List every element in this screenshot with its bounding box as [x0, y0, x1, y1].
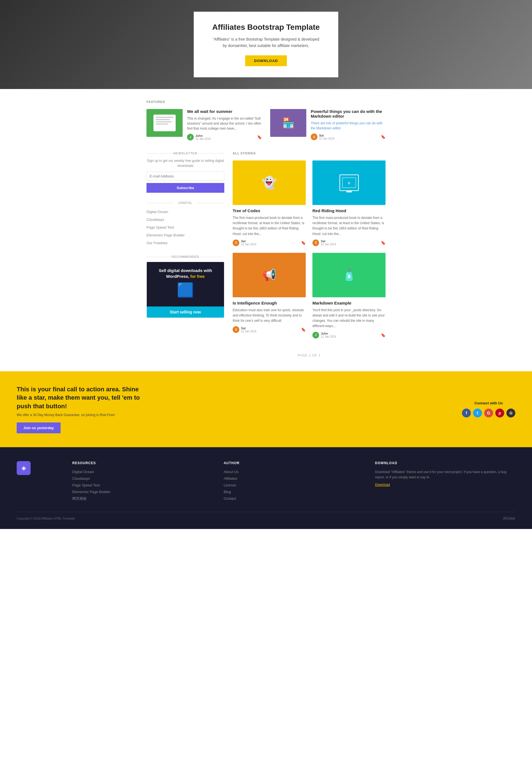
resource-link-2[interactable]: Cloudways — [72, 476, 213, 481]
bookmark-story-4[interactable]: 🔖 — [381, 333, 386, 337]
story-author-info-4: J John 11 Jan 2019 — [313, 332, 336, 338]
tv-illustration: ▦ — [339, 174, 359, 191]
author-date-1: 12 Jan 2019 — [196, 137, 211, 140]
useful-title: USEFUL — [146, 201, 224, 204]
github-icon[interactable]: ⊙ — [506, 409, 515, 417]
bookmark-icon-1[interactable]: 🔖 — [257, 135, 262, 139]
story-author-info-2: S Sal 12 Jan 2019 — [313, 240, 336, 246]
author-list: About Us Affiliates License Blog Contact — [224, 470, 364, 501]
story-card-3: 📢 Is Intelligence Enough Education must … — [233, 253, 306, 338]
resource-link-4[interactable]: Elementor Page Builder — [72, 489, 213, 494]
useful-link-3[interactable]: Page Speed Test — [146, 223, 224, 231]
rec-banner-top: Sell digital downloads with WordPress, f… — [147, 262, 224, 306]
story-excerpt-4: You'll find this post in your _posts dir… — [313, 308, 386, 329]
avatar-john-1: J — [187, 134, 194, 140]
author-link-3[interactable]: License — [224, 483, 364, 487]
story-avatar-1: S — [233, 240, 239, 246]
author-link-2[interactable]: Affiliates — [224, 476, 364, 481]
author-date-2: 12 Jan 2019 — [319, 137, 334, 140]
social-icons: f t G p ⊙ — [462, 409, 515, 417]
featured-author-row-2: S Sal 12 Jan 2019 🔖 — [311, 134, 386, 140]
footer-logo: ◈ — [17, 461, 61, 503]
footer-copyright: Copyright © 2018 Affiliates HTML Templat… — [17, 517, 75, 520]
story-thumb-1: 👻 — [233, 161, 306, 205]
hero-download-button[interactable]: DOWNLOAD — [245, 55, 287, 66]
resource-link-1[interactable]: Digital Ocean — [72, 470, 213, 474]
subscribe-button[interactable]: Subscribe — [146, 183, 224, 193]
hero-title: Affiliates Bootstrap Template — [210, 23, 322, 32]
cta-section: This is your final call to action area. … — [0, 371, 532, 447]
story-author-row-2: S Sal 12 Jan 2019 🔖 — [313, 240, 386, 246]
newsletter-title: NEWSLETTER — [146, 151, 224, 155]
stories-label: ALL STORIES — [233, 151, 386, 155]
author-link-5[interactable]: Contact — [224, 496, 364, 501]
story-title-2: Red Riding Hood — [313, 208, 386, 213]
footer-col-resources: RESOURCES Digital Ocean Cloudways Page S… — [72, 461, 213, 503]
story-thumb-2: ▦ — [313, 161, 386, 205]
googleplus-icon[interactable]: G — [484, 409, 493, 417]
footer-col-download: DOWNLOAD Download "Affiliates" theme and… — [375, 461, 515, 503]
pinterest-icon[interactable]: p — [495, 409, 504, 417]
featured-excerpt-2: There are lots of powerful things you ca… — [311, 121, 386, 131]
story-author-row-3: S Sal 12 Jan 2019 🔖 — [233, 326, 306, 333]
featured-thumb-1 — [146, 109, 183, 137]
footer-logo-icon: ◈ — [17, 461, 31, 475]
story-author-info-3: S Sal 12 Jan 2019 — [233, 326, 256, 333]
useful-link-4[interactable]: Elementor Page Builder — [146, 231, 224, 239]
footer: ◈ RESOURCES Digital Ocean Cloudways Page… — [0, 447, 532, 529]
story-avatar-3: S — [233, 326, 239, 333]
newsletter-section: NEWSLETTER Sign up to get our weekly fre… — [146, 151, 224, 193]
useful-section: USEFUL Digital Ocean Cloudways Page Spee… — [146, 201, 224, 247]
author-name-1: John — [196, 134, 211, 137]
featured-grid: We all wait for summer This is changed. … — [146, 109, 386, 140]
cta-subtext: We offer a 30 Day Money Back Guarantee, … — [17, 413, 150, 417]
author-info-2: S Sal 12 Jan 2019 — [311, 134, 334, 140]
useful-link-1[interactable]: Digital Ocean — [146, 208, 224, 216]
ghost-icon: 👻 — [262, 175, 277, 190]
bookmark-icon-2[interactable]: 🔖 — [381, 135, 386, 139]
recommended-banner: Sell digital downloads with WordPress, f… — [146, 262, 224, 318]
sidebar: NEWSLETTER Sign up to get our weekly fre… — [146, 151, 224, 360]
author-link-1[interactable]: About Us — [224, 470, 364, 474]
story-card-1: 👻 Tree of Codes The first mass-produced … — [233, 161, 306, 246]
cta-button[interactable]: Join us yesterday — [17, 422, 61, 433]
story-card-4: 🧴 Markdown Example You'll find this post… — [313, 253, 386, 338]
author-link-4[interactable]: Blog — [224, 489, 364, 494]
hero-card: Affiliates Bootstrap Template "Affiliate… — [194, 12, 338, 77]
twitter-icon[interactable]: t — [473, 409, 482, 417]
author-name-2: Sal — [319, 134, 334, 137]
story-title-4: Markdown Example — [313, 301, 386, 305]
bookmark-story-1[interactable]: 🔖 — [301, 241, 306, 245]
two-col-layout: NEWSLETTER Sign up to get our weekly fre… — [146, 151, 386, 360]
useful-link-5[interactable]: Our Freebies — [146, 239, 224, 247]
blob-illustration: 🟦 — [152, 282, 218, 298]
story-excerpt-2: The first mass-produced book to deviate … — [313, 215, 386, 237]
featured-title-2: Powerful things you can do with the Mark… — [311, 109, 386, 118]
recommended-title: RECOMMENDED — [146, 255, 224, 258]
rec-banner-cta[interactable]: Start selling now — [147, 306, 224, 317]
story-avatar-4: J — [313, 332, 319, 338]
resource-link-5[interactable]: 网页模板 — [72, 496, 213, 501]
bookmark-story-2[interactable]: 🔖 — [381, 241, 386, 245]
resources-list: Digital Ocean Cloudways Page Speed Test … — [72, 470, 213, 501]
author-info-1: J John 12 Jan 2019 — [187, 134, 211, 140]
featured-info-2: Powerful things you can do with the Mark… — [311, 109, 386, 140]
store-icon: 🏪 — [282, 117, 295, 129]
stories-grid: 👻 Tree of Codes The first mass-produced … — [233, 161, 386, 360]
facebook-icon[interactable]: f — [462, 409, 471, 417]
download-description: Download "Affiliates" theme and use it f… — [375, 470, 515, 480]
useful-link-2[interactable]: Cloudways — [146, 216, 224, 223]
story-title-1: Tree of Codes — [233, 208, 306, 213]
resources-title: RESOURCES — [72, 461, 213, 465]
newsletter-desc: Sign up to get our weekly free guide to … — [146, 158, 224, 168]
resource-link-3[interactable]: Page Speed Test — [72, 483, 213, 487]
featured-item-1: We all wait for summer This is changed. … — [146, 109, 262, 140]
download-link[interactable]: Download — [375, 483, 390, 487]
newsletter-email-input[interactable] — [146, 172, 224, 181]
author-col-title: AUTHOR — [224, 461, 364, 465]
story-author-row-4: J John 11 Jan 2019 🔖 — [313, 332, 386, 338]
bookmark-story-3[interactable]: 🔖 — [301, 327, 306, 332]
featured-info-1: We all wait for summer This is changed. … — [187, 109, 262, 140]
avatar-sal-1: S — [311, 134, 318, 140]
marketing-icon: 📢 — [262, 269, 276, 281]
